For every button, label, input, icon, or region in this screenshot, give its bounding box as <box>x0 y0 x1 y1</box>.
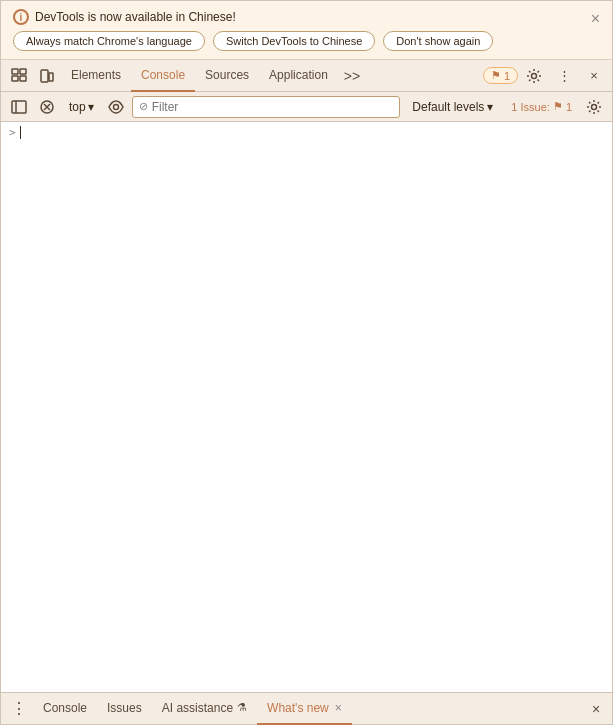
device-toolbar-button[interactable] <box>33 62 61 90</box>
notification-close-button[interactable]: × <box>589 9 602 29</box>
bottom-tab-issues[interactable]: Issues <box>97 693 152 725</box>
svg-rect-1 <box>12 76 18 81</box>
ai-icon: ⚗ <box>237 701 247 714</box>
svg-rect-3 <box>20 76 26 81</box>
svg-rect-4 <box>41 70 48 82</box>
console-toolbar: top ▾ ⊘ Default levels ▾ 1 Issue: ⚑ 1 <box>1 92 612 122</box>
issues-flag-icon: ⚑ <box>553 100 563 113</box>
kebab-menu-button[interactable]: ⋮ <box>550 62 578 90</box>
dont-show-again-button[interactable]: Don't show again <box>383 31 493 51</box>
issue-flag-icon: ⚑ <box>491 69 501 82</box>
svg-point-6 <box>532 73 537 78</box>
tab-elements[interactable]: Elements <box>61 60 131 92</box>
bottom-tab-bar: ⋮ Console Issues AI assistance ⚗ What's … <box>1 692 612 724</box>
bottom-tab-ai-assistance[interactable]: AI assistance ⚗ <box>152 693 257 725</box>
bottom-tab-whats-new[interactable]: What's new × <box>257 693 352 725</box>
tab-right-icons: ⚑ 1 ⋮ × <box>483 62 608 90</box>
settings-button[interactable] <box>520 62 548 90</box>
filter-box[interactable]: ⊘ <box>132 96 401 118</box>
default-levels-button[interactable]: Default levels ▾ <box>404 98 501 116</box>
svg-rect-2 <box>20 69 26 74</box>
console-settings-button[interactable] <box>582 95 606 119</box>
clear-console-button[interactable] <box>35 95 59 119</box>
prompt-arrow-icon: > <box>9 126 16 139</box>
match-language-button[interactable]: Always match Chrome's language <box>13 31 205 51</box>
context-label: top <box>69 100 86 114</box>
levels-dropdown-icon: ▾ <box>487 100 493 114</box>
devtools-window: i DevTools is now available in Chinese! … <box>0 0 613 725</box>
close-devtools-button[interactable]: × <box>580 62 608 90</box>
console-content[interactable]: > <box>1 122 612 692</box>
issues-count-display[interactable]: 1 Issue: ⚑ 1 <box>505 98 578 115</box>
svg-point-12 <box>113 104 118 109</box>
more-tabs-button[interactable]: >> <box>338 60 366 92</box>
issues-badge[interactable]: ⚑ 1 <box>483 67 518 84</box>
svg-rect-0 <box>12 69 18 74</box>
tab-sources[interactable]: Sources <box>195 60 259 92</box>
live-expressions-button[interactable] <box>104 95 128 119</box>
bottom-tab-console[interactable]: Console <box>33 693 97 725</box>
context-selector[interactable]: top ▾ <box>63 98 100 116</box>
issues-count-label: 1 Issue: <box>511 101 550 113</box>
info-icon: i <box>13 9 29 25</box>
tab-application[interactable]: Application <box>259 60 338 92</box>
whats-new-close-button[interactable]: × <box>335 701 342 715</box>
svg-point-13 <box>592 104 597 109</box>
notification-title: DevTools is now available in Chinese! <box>35 10 236 24</box>
svg-rect-7 <box>12 101 26 113</box>
notification-banner: i DevTools is now available in Chinese! … <box>1 1 612 60</box>
console-prompt: > <box>9 126 604 139</box>
dropdown-arrow-icon: ▾ <box>88 100 94 114</box>
filter-input[interactable] <box>152 100 394 114</box>
inspect-element-button[interactable] <box>5 62 33 90</box>
notification-buttons: Always match Chrome's language Switch De… <box>13 31 576 51</box>
tab-console[interactable]: Console <box>131 60 195 92</box>
issues-number: 1 <box>566 101 572 113</box>
bottom-panel-close-button[interactable]: × <box>584 697 608 721</box>
sidebar-toggle-button[interactable] <box>7 95 31 119</box>
bottom-tab-menu-button[interactable]: ⋮ <box>5 695 33 723</box>
main-tab-bar: Elements Console Sources Application >> … <box>1 60 612 92</box>
issue-count: 1 <box>504 70 510 82</box>
prompt-cursor <box>20 126 21 139</box>
switch-language-button[interactable]: Switch DevTools to Chinese <box>213 31 375 51</box>
default-levels-label: Default levels <box>412 100 484 114</box>
filter-icon: ⊘ <box>139 100 148 113</box>
svg-rect-5 <box>49 73 53 81</box>
